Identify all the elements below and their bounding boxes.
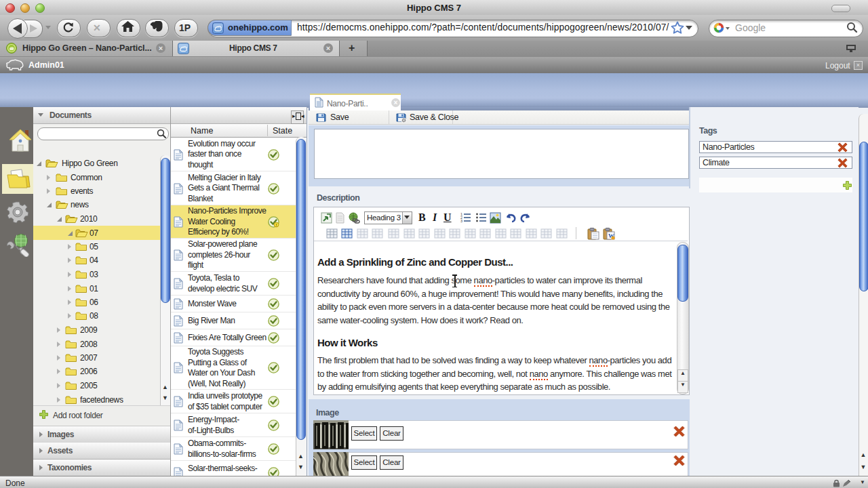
svg-text:3: 3	[460, 219, 462, 223]
svg-text:!: !	[276, 223, 277, 227]
